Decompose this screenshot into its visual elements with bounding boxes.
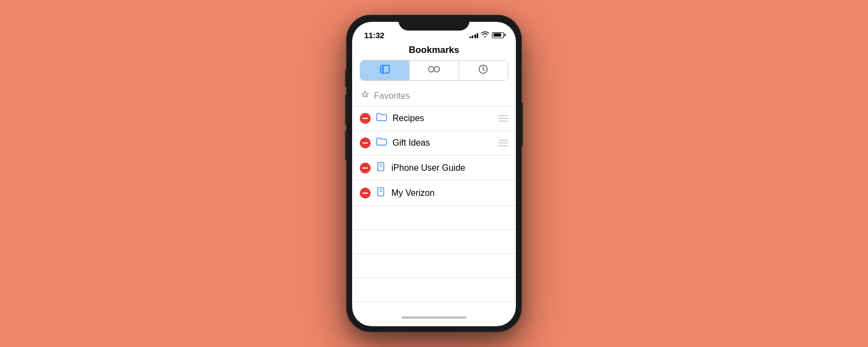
tab-bar[interactable] (360, 60, 508, 81)
delete-button-gift-ideas[interactable] (360, 137, 371, 148)
volume-down-button (345, 130, 347, 160)
bookmark-item-my-verizon[interactable]: My Verizon (352, 181, 516, 206)
empty-row-4 (352, 278, 516, 302)
signal-icon (469, 32, 479, 38)
reading-list-tab-icon (428, 65, 440, 75)
notch (399, 15, 469, 31)
bookmark-item-gift-ideas[interactable]: Gift Ideas (352, 131, 516, 155)
item-label-iphone-guide: iPhone User Guide (391, 163, 508, 173)
book-icon-iphone-guide (376, 161, 386, 174)
tab-history[interactable] (459, 61, 508, 80)
empty-row-3 (352, 254, 516, 278)
power-button (521, 103, 523, 146)
empty-row-6 (352, 326, 516, 326)
drag-handle-gift-ideas (498, 140, 508, 146)
svg-point-6 (434, 67, 439, 72)
status-icons (469, 31, 504, 39)
folder-icon-gift-ideas (376, 137, 387, 149)
mute-button (345, 70, 347, 87)
status-time: 11:32 (364, 31, 384, 40)
star-icon (361, 91, 370, 101)
scene: 11:32 (0, 0, 868, 347)
drag-handle-recipes (498, 115, 508, 122)
screen-content: 11:32 (352, 22, 516, 326)
bookmark-item-recipes[interactable]: Recipes (352, 106, 516, 131)
screen: 11:32 (352, 22, 516, 326)
empty-row-2 (352, 230, 516, 254)
empty-row-1 (352, 206, 516, 230)
item-label-gift-ideas: Gift Ideas (393, 138, 498, 148)
delete-button-recipes[interactable] (360, 113, 371, 124)
bookmarks-tab-icon (379, 64, 390, 76)
tab-reading-list[interactable] (409, 61, 459, 80)
item-label-my-verizon: My Verizon (391, 188, 508, 198)
favorites-label: Favorites (374, 91, 410, 101)
battery-fill (494, 33, 501, 37)
favorites-row[interactable]: Favorites (352, 86, 516, 106)
history-tab-icon (478, 64, 488, 76)
page-title: Bookmarks (352, 43, 516, 60)
item-label-recipes: Recipes (393, 113, 498, 123)
folder-icon-recipes (376, 112, 387, 124)
volume-up-button (345, 94, 347, 125)
book-icon-my-verizon (376, 187, 386, 199)
battery-icon (492, 32, 504, 38)
tab-bookmarks[interactable] (360, 61, 409, 80)
bookmark-item-iphone-guide[interactable]: iPhone User Guide (352, 155, 516, 181)
home-indicator (401, 316, 467, 319)
delete-button-iphone-guide[interactable] (360, 163, 371, 174)
svg-point-5 (429, 67, 434, 72)
iphone-device: 11:32 (347, 15, 521, 332)
empty-row-5 (352, 302, 516, 326)
bookmark-list: Recipes (352, 106, 516, 326)
empty-rows (352, 206, 516, 326)
wifi-icon (481, 31, 489, 39)
delete-button-my-verizon[interactable] (360, 188, 371, 199)
